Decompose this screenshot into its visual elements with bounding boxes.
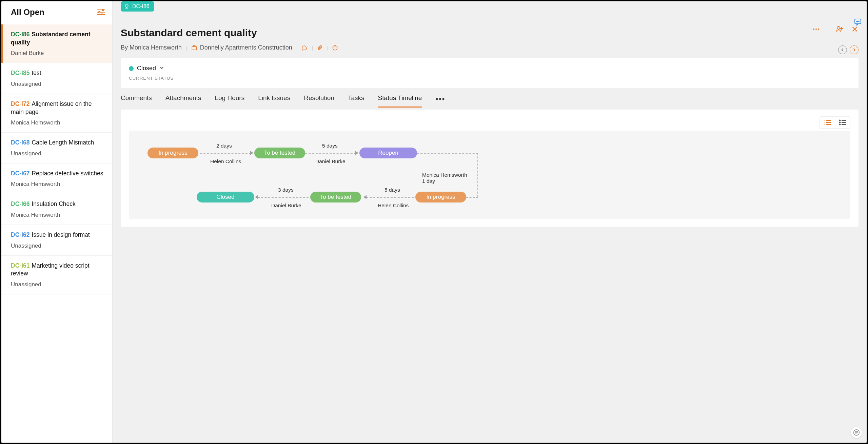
bullet-view-button[interactable] [835, 117, 850, 128]
timeline-view-toggle: 123 [820, 116, 850, 129]
issue-title: Issue in design format [32, 231, 90, 238]
issue-id-chip-text: DC-I86 [132, 3, 150, 9]
edge-author: Daniel Burke [315, 158, 346, 165]
prev-issue-button[interactable] [838, 45, 847, 54]
issue-list-item[interactable]: DC-I61Marketing video script reviewUnass… [1, 256, 112, 294]
svg-point-31 [856, 21, 857, 22]
issue-id: DC-I62 [11, 231, 29, 238]
tab-attachments[interactable]: Attachments [165, 94, 201, 108]
comments-icon[interactable] [301, 45, 308, 51]
svg-point-8 [818, 28, 819, 30]
svg-point-33 [859, 21, 859, 22]
chat-icon[interactable] [854, 18, 862, 27]
issue-id: DC-I85 [11, 70, 29, 76]
project-link[interactable]: Donnelly Apartments Construction [191, 44, 292, 51]
edge-duration: 5 days [384, 187, 400, 193]
timeline-node-in-progress: In progress [147, 148, 198, 158]
issue-id-chip[interactable]: DC-I86 [121, 1, 154, 12]
edge-author: Daniel Burke [271, 202, 301, 209]
svg-text:3: 3 [824, 123, 825, 126]
status-dropdown[interactable]: Closed [129, 65, 164, 72]
edge-author: Helen Collins [210, 158, 241, 165]
issue-assignee: Daniel Burke [11, 50, 105, 57]
issue-id: DC-I68 [11, 139, 29, 146]
issue-id: DC-I72 [11, 100, 29, 107]
edge-duration: 5 days [322, 143, 338, 149]
info-icon[interactable] [332, 45, 338, 51]
svg-point-24 [840, 120, 841, 121]
issue-list-item[interactable]: DC-I72Alignment issue on the main pageMo… [1, 94, 112, 133]
tab-resolution[interactable]: Resolution [304, 94, 334, 108]
issue-id: DC-I61 [11, 262, 29, 269]
svg-point-25 [840, 122, 841, 123]
issue-list: DC-I86Substandard cement qualityDaniel B… [1, 24, 112, 443]
tab-log-hours[interactable]: Log Hours [215, 94, 244, 108]
timeline-node-to-be-tested-2: To be tested [310, 192, 361, 202]
timeline-node-to-be-tested: To be tested [254, 148, 305, 158]
tab-comments[interactable]: Comments [121, 94, 152, 108]
issue-list-item[interactable]: DC-I66Insulation CheckMonica Hemsworth [1, 194, 112, 225]
svg-point-6 [813, 28, 814, 30]
issue-assignee: Unassigned [11, 243, 105, 249]
issue-list-item[interactable]: DC-I67Replace defective switchesMonica H… [1, 163, 112, 194]
notes-fab[interactable] [851, 427, 862, 438]
tab-tasks[interactable]: Tasks [348, 94, 364, 108]
issue-assignee: Monica Hemsworth [11, 181, 105, 188]
status-label: CURRENT STATUS [129, 76, 850, 81]
timeline-node-reopen: Reopen [359, 148, 417, 158]
issue-title: Replace defective switches [32, 170, 103, 177]
tab-link-issues[interactable]: Link Issues [258, 94, 290, 108]
ordered-view-button[interactable]: 123 [820, 117, 835, 128]
next-issue-button[interactable] [850, 45, 859, 54]
assign-user-button[interactable] [835, 25, 844, 33]
issue-id: DC-I66 [11, 200, 29, 207]
sidebar-title: All Open [11, 7, 44, 17]
issue-id: DC-I67 [11, 170, 29, 177]
status-timeline-panel: 123 In progress To be tested Reopen 2 da… [121, 110, 859, 227]
svg-point-32 [857, 21, 858, 22]
edge-duration: 1 day [422, 178, 435, 184]
issue-assignee: Unassigned [11, 150, 105, 157]
issue-author: By Monica Hemsworth [121, 44, 182, 51]
more-actions-button[interactable] [812, 25, 820, 33]
issue-assignee: Unassigned [11, 281, 105, 288]
issue-title: test [32, 70, 41, 76]
issue-id: DC-I86 [11, 31, 29, 38]
issue-title: Cable Length Mismatch [32, 139, 94, 146]
timeline-node-in-progress-2: In progress [415, 192, 466, 202]
issue-detail-pane: DC-I86 Substandard cement quality By Mon… [113, 1, 867, 443]
attachments-icon[interactable] [317, 45, 322, 51]
header-actions [812, 25, 859, 33]
issues-sidebar: All Open DC-I86Substandard cement qualit… [1, 1, 113, 443]
issue-list-item[interactable]: DC-I68Cable Length MismatchUnassigned [1, 133, 112, 163]
issue-assignee: Monica Hemsworth [11, 212, 105, 218]
status-color-dot [129, 66, 134, 71]
svg-rect-14 [192, 46, 197, 50]
tabs-more-button[interactable]: ••• [435, 95, 445, 107]
svg-point-7 [815, 28, 817, 30]
svg-point-4 [99, 12, 100, 13]
edge-author: Monica Hemsworth [422, 172, 467, 178]
chevron-down-icon [159, 65, 164, 72]
timeline-node-closed: Closed [197, 192, 254, 202]
edge-duration: 3 days [278, 187, 294, 193]
status-card: Closed CURRENT STATUS [121, 58, 859, 88]
issue-assignee: Monica Hemsworth [11, 119, 105, 126]
project-name: Donnelly Apartments Construction [200, 44, 292, 51]
svg-point-17 [335, 46, 335, 47]
edge-author: Helen Collins [378, 202, 409, 209]
issue-meta-row: By Monica Hemsworth | Donnelly Apartment… [121, 44, 859, 51]
issue-list-item[interactable]: DC-I62Issue in design formatUnassigned [1, 225, 112, 256]
svg-point-9 [837, 26, 840, 29]
detail-tabs: CommentsAttachmentsLog HoursLink IssuesR… [113, 88, 867, 108]
issue-list-item[interactable]: DC-I85testUnassigned [1, 63, 112, 94]
issue-title: Insulation Check [32, 200, 75, 207]
issue-title: Substandard cement quality [121, 27, 859, 39]
svg-point-26 [840, 124, 841, 125]
status-value: Closed [137, 65, 156, 72]
edge-duration: 2 days [216, 143, 232, 149]
filter-button[interactable] [97, 9, 105, 15]
issue-list-item[interactable]: DC-I86Substandard cement qualityDaniel B… [1, 24, 112, 63]
timeline-canvas: In progress To be tested Reopen 2 days H… [129, 131, 850, 219]
tab-status-timeline[interactable]: Status Timeline [378, 94, 422, 108]
